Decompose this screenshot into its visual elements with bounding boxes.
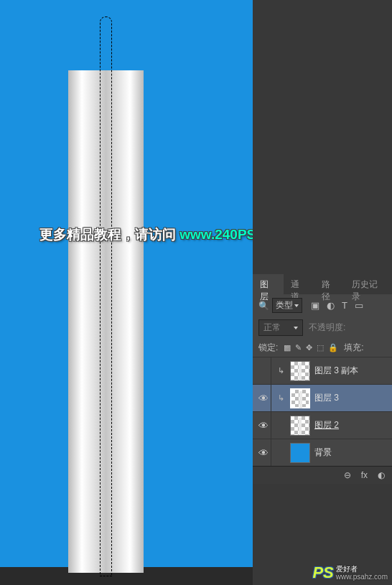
kind-dropdown[interactable]: 🔍 类型 [258, 298, 302, 313]
chevron-down-icon [294, 327, 298, 329]
layer-thumbnail[interactable] [290, 443, 310, 463]
selection-marquee [100, 17, 112, 576]
watermark-cn: 爱好者 [336, 565, 388, 573]
clip-indicator-icon: ↳ [276, 393, 286, 403]
fill-label: 填充: [344, 342, 363, 354]
watermark-text: 更多精品教程，请访问 www.240PS.com [39, 225, 288, 244]
opacity-label: 不透明度: [309, 322, 345, 334]
filter-image-icon[interactable]: ▣ [311, 300, 319, 311]
filter-type-icons: ▣ ◐ T ▭ [311, 300, 363, 311]
right-dark-panel: 图层 通道 路径 历史记录 🔍 类型 ▣ ◐ T ▭ 正常 不透明度: [253, 0, 392, 585]
watermark-domain: www.psahz.com [336, 573, 388, 581]
visibility-toggle[interactable]: 👁 [256, 385, 271, 411]
visibility-toggle[interactable]: 👁 [256, 412, 271, 439]
panel-footer: ⊖ fx ◐ [253, 466, 392, 484]
layer-name[interactable]: 图层 3 [314, 392, 339, 404]
layer-name[interactable]: 背景 [314, 446, 332, 459]
layer-mask-icon[interactable]: ◐ [378, 470, 385, 480]
visibility-toggle[interactable] [256, 357, 271, 384]
blend-mode-dropdown[interactable]: 正常 [258, 319, 303, 336]
layer-name[interactable]: 图层 3 副本 [314, 365, 358, 377]
filter-adjust-icon[interactable]: ◐ [327, 300, 335, 311]
blend-row: 正常 不透明度: [253, 317, 392, 339]
filter-text-icon[interactable]: T [342, 300, 347, 311]
lock-all-icon[interactable]: 🔒 [328, 343, 338, 352]
kind-label: 类型 [276, 299, 293, 312]
layer-name[interactable]: 图层 2 [314, 419, 339, 431]
tab-paths[interactable]: 路径 [314, 274, 345, 294]
layer-thumbnail[interactable] [290, 361, 310, 381]
search-icon: 🔍 [258, 301, 269, 311]
layers-panel: 图层 通道 路径 历史记录 🔍 类型 ▣ ◐ T ▭ 正常 不透明度: [253, 274, 392, 484]
watermark-prefix: 更多精品教程，请访问 [39, 227, 179, 242]
lock-position-icon[interactable]: ✥ [306, 343, 312, 352]
layer-thumbnail[interactable] [290, 416, 310, 436]
tab-history[interactable]: 历史记录 [345, 274, 392, 294]
layer-row[interactable]: 👁 ↳ 图层 3 [253, 384, 392, 411]
lock-transparency-icon[interactable]: ▩ [284, 343, 291, 352]
layer-row[interactable]: 👁 背景 [253, 439, 392, 466]
lock-label: 锁定: [258, 342, 278, 354]
visibility-toggle[interactable]: 👁 [256, 439, 271, 466]
link-layers-icon[interactable]: ⊖ [344, 470, 351, 480]
panel-tabs: 图层 通道 路径 历史记录 [253, 274, 392, 294]
ps-logo: PS [312, 563, 333, 582]
layer-fx-icon[interactable]: fx [361, 470, 368, 480]
layer-thumbnail[interactable] [290, 388, 310, 408]
layer-row[interactable]: 👁 图层 2 [253, 411, 392, 439]
layers-list: ↳ 图层 3 副本 👁 ↳ 图层 3 👁 图层 2 👁 背景 [253, 357, 392, 466]
tab-layers[interactable]: 图层 [253, 274, 284, 294]
clip-indicator-icon: ↳ [276, 366, 286, 375]
lock-row: 锁定: ▩ ✎ ✥ ⬚ 🔒 填充: [253, 339, 392, 357]
tab-channels[interactable]: 通道 [284, 274, 314, 294]
layer-row[interactable]: ↳ 图层 3 副本 [253, 357, 392, 384]
filter-shape-icon[interactable]: ▭ [355, 300, 363, 311]
canvas-area[interactable] [0, 0, 253, 567]
lock-pixels-icon[interactable]: ✎ [295, 343, 302, 352]
site-watermark: PS 爱好者 www.psahz.com [312, 563, 388, 582]
blend-mode-value: 正常 [263, 322, 281, 334]
lock-icons: ▩ ✎ ✥ ⬚ 🔒 [284, 343, 338, 352]
lock-artboard-icon[interactable]: ⬚ [317, 343, 324, 352]
chevron-down-icon [294, 304, 299, 307]
